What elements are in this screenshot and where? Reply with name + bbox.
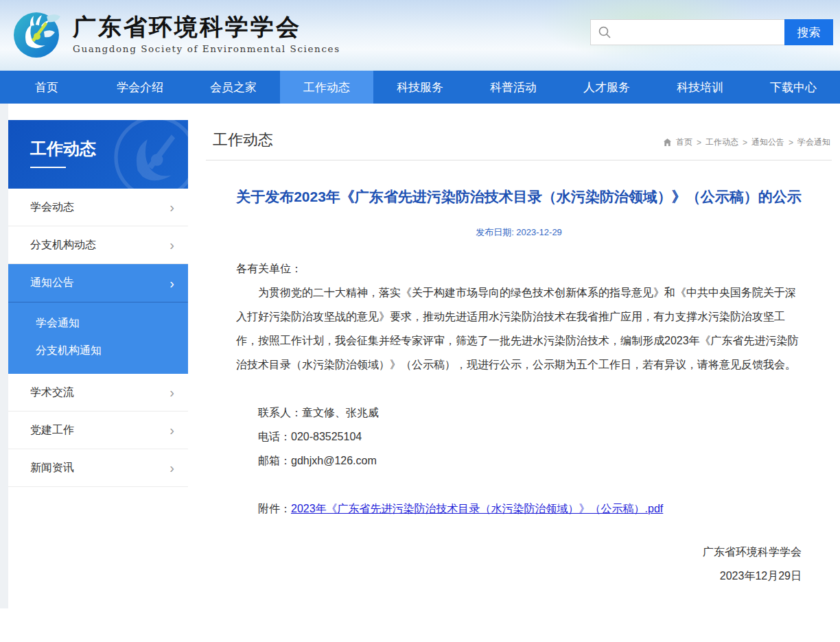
nav-item-science-popularization[interactable]: 科普活动 [467,71,560,104]
nav-item-members[interactable]: 会员之家 [187,71,280,104]
sidebar-subitem-society-notices[interactable]: 学会通知 [8,309,188,337]
sidebar-subitem-branch-notices[interactable]: 分支机构通知 [8,337,188,364]
page-title: 工作动态 [213,130,273,150]
nav-item-home[interactable]: 首页 [0,71,93,104]
search-button[interactable]: 搜索 [784,19,833,45]
main-panel: 工作动态 首页 > 工作动态 > 通知公告 > 学会通知 关于发布2023年《广… [206,120,832,608]
breadcrumb-separator: > [743,138,747,147]
brand[interactable]: 广东省环境科学学会 Guangdong Society of Environme… [11,8,340,59]
breadcrumb-notices[interactable]: 通知公告 [751,136,784,148]
search-icon [598,25,611,39]
sidebar-item-society-news[interactable]: 学会动态 › [8,189,188,226]
nav-item-tech-services[interactable]: 科技服务 [373,71,467,104]
nav-item-downloads[interactable]: 下载中心 [747,71,840,104]
search-input[interactable] [611,20,784,45]
article-paragraph: 为贯彻党的二十大精神，落实《关于构建市场导向的绿色技术创新体系的指导意见》和《中… [236,281,802,377]
signature-block: 广东省环境科学学会 2023年12月29日 [236,540,802,588]
article-title: 关于发布2023年《广东省先进污染防治技术目录（水污染防治领域）》（公示稿）的公… [236,185,802,209]
chevron-right-icon: › [170,276,174,290]
site-header: 广东省环境科学学会 Guangdong Society of Environme… [0,0,840,71]
publish-date: 发布日期: 2023-12-29 [236,226,802,239]
sidebar-submenu: 学会通知 分支机构通知 [8,302,188,374]
attachment-label: 附件： [258,503,291,514]
attachment-pdf-link[interactable]: 2023年《广东省先进污染防治技术目录（水污染防治领域）》（公示稿）.pdf [291,503,663,514]
sidebar-item-academic-exchange[interactable]: 学术交流 › [8,374,188,412]
breadcrumb-separator: > [697,138,701,147]
breadcrumb-separator: > [789,138,793,147]
chevron-right-icon: › [170,423,174,437]
sidebar-item-news-info[interactable]: 新闻资讯 › [8,449,188,487]
search-box: 搜索 [590,19,833,45]
chevron-right-icon: › [170,238,174,252]
search-input-wrap [590,19,784,45]
sidebar-item-party-building[interactable]: 党建工作 › [8,412,188,449]
chevron-right-icon: › [170,385,174,399]
breadcrumb-society-notices[interactable]: 学会通知 [797,136,830,148]
nav-item-about[interactable]: 学会介绍 [93,71,187,104]
contact-block: 联系人：童文修、张兆威 电话：020-83525104 邮箱：gdhjxh@12… [236,401,802,473]
site-logo-icon [11,8,62,59]
chevron-right-icon: › [170,461,174,475]
sidebar-header: 工作动态 [8,120,188,189]
nav-item-work-news[interactable]: 工作动态 [280,71,373,104]
site-title: 广东省环境科学学会 [73,13,340,40]
sidebar: 工作动态 学会动态 › 分支机构动态 › 通知公告 › 学会通知 分支机构通知 … [8,120,188,608]
nav-item-talent-services[interactable]: 人才服务 [560,71,653,104]
content-area: 工作动态 学会动态 › 分支机构动态 › 通知公告 › 学会通知 分支机构通知 … [0,104,840,608]
breadcrumb-work-news[interactable]: 工作动态 [705,136,738,148]
main-nav: 首页 学会介绍 会员之家 工作动态 科技服务 科普活动 人才服务 科技培训 下载… [0,71,840,104]
sidebar-item-branch-news[interactable]: 分支机构动态 › [8,226,188,264]
main-header-row: 工作动态 首页 > 工作动态 > 通知公告 > 学会通知 [206,120,832,160]
sidebar-title: 工作动态 [30,138,96,168]
breadcrumb-home[interactable]: 首页 [676,136,692,148]
home-icon [663,138,672,147]
signature-name: 广东省环境科学学会 [236,540,802,564]
sidebar-item-notices[interactable]: 通知公告 › [8,264,188,302]
chevron-right-icon: › [170,200,174,214]
contact-person: 联系人：童文修、张兆威 [236,401,802,425]
site-subtitle: Guangdong Society of Environmental Scien… [73,43,340,54]
nav-item-tech-training[interactable]: 科技培训 [653,71,747,104]
attachment-row: 附件：2023年《广东省先进污染防治技术目录（水污染防治领域）》（公示稿）.pd… [236,497,802,521]
breadcrumb: 首页 > 工作动态 > 通知公告 > 学会通知 [663,136,830,150]
signature-date: 2023年12月29日 [236,564,802,588]
article-greeting: 各有关单位： [236,257,802,281]
logo-watermark-icon [111,120,188,189]
article: 关于发布2023年《广东省先进污染防治技术目录（水污染防治领域）》（公示稿）的公… [206,185,832,608]
contact-email: 邮箱：gdhjxh@126.com [236,449,802,473]
contact-phone: 电话：020-83525104 [236,425,802,449]
